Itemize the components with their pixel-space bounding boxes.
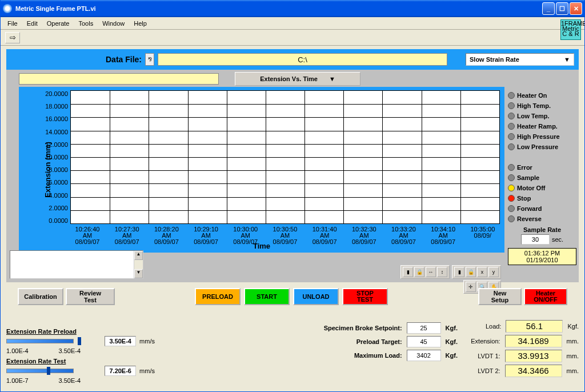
sample-rate-label: Sample Rate: [508, 226, 576, 233]
led-forward: [508, 205, 515, 212]
vi-toolbar: ⇨: [1, 30, 584, 46]
calibration-button[interactable]: Calibration: [18, 288, 63, 305]
led-low-temp: [508, 113, 515, 119]
title-bar: Metric Single Frame PTL.vi _ ☐ ✕: [1, 0, 584, 17]
x-ticks: 10:26:40 AM08/09/0710:27:30 AM08/09/0710…: [70, 226, 500, 242]
run-button[interactable]: ⇨: [5, 32, 20, 43]
extension-readout: 34.1689: [505, 335, 562, 347]
plot-area[interactable]: [70, 90, 500, 224]
datafile-path[interactable]: C:\: [158, 53, 447, 66]
chevron-down-icon: ▼: [564, 56, 570, 63]
preload-target-value[interactable]: 45: [407, 336, 441, 347]
notes-textarea[interactable]: ▲ ▼: [10, 250, 143, 279]
led-high-pressure: [508, 133, 515, 140]
maximize-button[interactable]: ☐: [556, 2, 568, 15]
datafile-label: Data File:: [106, 55, 142, 64]
ext-rate-preload-label: Extension Rate Preload: [6, 328, 155, 335]
menu-window[interactable]: Window: [98, 19, 129, 28]
palette-scale-y-icon[interactable]: ↕: [437, 267, 447, 277]
unload-button[interactable]: UNLOAD: [293, 288, 339, 305]
browse-button[interactable]: ⅋: [145, 53, 154, 66]
menu-tools[interactable]: Tools: [74, 19, 98, 28]
ext-rate-test-label: Extension Rate Test: [6, 358, 155, 365]
scrollbar[interactable]: ▲ ▼: [134, 251, 143, 278]
frame-badge: 1FRAMEMetricC & R: [560, 19, 581, 40]
new-setup-button[interactable]: New Setup: [478, 288, 522, 305]
chart: Extension (mm) 20.000018.000016.000014.0…: [19, 87, 504, 253]
setpoints-group: Specimen Broke Setpoint:25Kgf. Preload T…: [275, 321, 458, 362]
close-button[interactable]: ✕: [570, 2, 582, 15]
main-panel: Data File: ⅋ C:\ Slow Strain Rate▼ Exten…: [6, 49, 579, 282]
led-stop: [508, 195, 515, 202]
button-row: Calibration Review Test PRELOAD START UN…: [18, 287, 567, 306]
menu-bar: File Edit Operate Tools Window Help: [1, 17, 584, 30]
sample-rate-value[interactable]: 30: [521, 234, 550, 245]
app-window: Metric Single Frame PTL.vi _ ☐ ✕ File Ed…: [0, 0, 585, 392]
graph-palette: ▮ 🔒 ↔ ↕ ▮ 🔒 x y ✛ 🔍 ✋: [400, 265, 501, 279]
led-reverse: [508, 215, 515, 222]
palette-format-y-icon[interactable]: y: [488, 267, 499, 277]
palette-lock2-icon[interactable]: 🔒: [466, 267, 476, 277]
stop-test-button[interactable]: STOP TEST: [342, 288, 388, 305]
preload-button[interactable]: PRELOAD: [195, 288, 241, 305]
led-sample: [508, 174, 515, 181]
led-low-pressure: [508, 143, 515, 150]
menu-help[interactable]: Help: [129, 19, 151, 28]
led-error: [508, 164, 515, 171]
chevron-down-icon: ▼: [329, 75, 335, 82]
rate-mode-select[interactable]: Slow Strain Rate▼: [466, 53, 574, 66]
menu-file[interactable]: File: [3, 19, 22, 28]
start-button[interactable]: START: [244, 288, 290, 305]
ext-rate-test-value[interactable]: 7.20E-6: [105, 366, 136, 376]
y-ticks: 20.000018.000016.000014.000012.000010.00…: [42, 90, 68, 224]
broke-setpoint-value[interactable]: 25: [407, 322, 441, 334]
readouts-group: Load:56.1Kgf. Extension:34.1689mm. LVDT …: [453, 319, 579, 378]
lvdt2-readout: 34.3466: [505, 365, 562, 377]
x-axis-label: Time: [253, 242, 270, 250]
slider-group: Extension Rate Preload 3.50E-4 mm/s 1.00…: [6, 328, 155, 387]
palette-format-x-icon[interactable]: x: [477, 267, 487, 277]
chart-type-select[interactable]: Extension Vs. Time▼: [235, 72, 360, 86]
indicator-column: Heater On High Temp. Low Temp. Heater Ra…: [508, 90, 576, 265]
menu-operate[interactable]: Operate: [42, 19, 74, 28]
palette-cursor-icon[interactable]: ▮: [403, 267, 413, 277]
datafile-row: Data File: ⅋ C:\ Slow Strain Rate▼: [6, 49, 579, 70]
led-high-temp: [508, 102, 515, 109]
lvdt1-readout: 33.9913: [505, 350, 562, 362]
chart-container: Extension Vs. Time▼ Extension (mm) 20.00…: [6, 70, 579, 282]
led-heater-on: [508, 92, 515, 99]
bottom-panel: Extension Rate Preload 3.50E-4 mm/s 1.00…: [6, 317, 579, 388]
clock-display: 01:36:12 PM01/19/2010: [508, 248, 576, 265]
menu-edit[interactable]: Edit: [22, 19, 42, 28]
ext-rate-test-slider[interactable]: [6, 369, 74, 373]
ext-rate-preload-value[interactable]: 3.50E-4: [105, 336, 136, 346]
review-test-button[interactable]: Review Test: [66, 288, 115, 305]
led-motor-off: [508, 185, 515, 191]
load-readout: 56.1: [506, 320, 563, 333]
palette-lock-icon[interactable]: 🔒: [414, 267, 424, 277]
max-load-value[interactable]: 3402: [407, 350, 441, 361]
palette-cursor2-icon[interactable]: ▮: [454, 267, 464, 277]
heater-onoff-button[interactable]: Heater ON/OFF: [524, 288, 567, 305]
test-name-field[interactable]: [19, 73, 219, 85]
app-icon: [3, 4, 12, 13]
window-title: Metric Single Frame PTL.vi: [15, 5, 96, 12]
palette-scale-x-icon[interactable]: ↔: [426, 267, 436, 277]
led-heater-ramp: [508, 123, 515, 130]
minimize-button[interactable]: _: [542, 2, 555, 15]
ext-rate-preload-slider[interactable]: [6, 339, 74, 343]
